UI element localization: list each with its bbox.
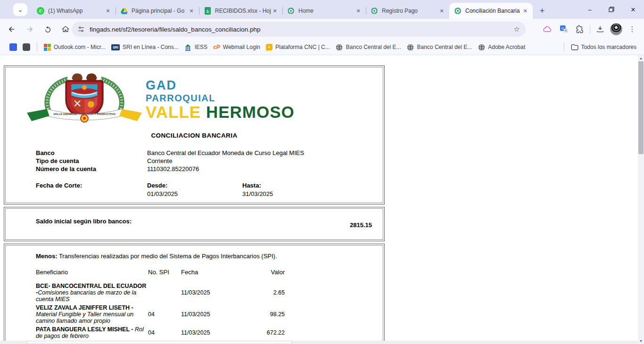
new-tab-button[interactable]: +	[536, 4, 549, 17]
tab-close-icon[interactable]: ✕	[104, 7, 112, 15]
bookmark-adobe-acrobat[interactable]: Adobe Acrobat	[475, 41, 528, 53]
bookmark-favicon-only-2[interactable]	[20, 41, 33, 53]
desde-label: Desde:	[147, 181, 242, 190]
bookmark-favicon-only-1[interactable]	[7, 41, 20, 53]
tab-strip: ⌄ ✆ (1) WhatsApp ✕ Página principal - Go…	[0, 0, 644, 19]
extensions-puzzle-icon[interactable]	[572, 21, 588, 37]
fecha-value: 11/03/2025	[181, 329, 233, 336]
bookmark-iess[interactable]: IESS	[182, 41, 210, 53]
chrome-menu-button[interactable]: ⋮	[624, 21, 640, 37]
microsoft-icon	[44, 44, 51, 51]
bookmark-banco-central-2[interactable]: Banco Central del E...	[404, 41, 475, 53]
page-content: VALLE HERMOSO TURÍSTICO Y PRODUCTIVO GAD…	[0, 55, 644, 344]
sheets-icon	[204, 7, 211, 15]
beneficiario-name: PATA BANGUERA LESLY MISHEL -	[36, 326, 135, 333]
tab-label: Conciliación Bancaria	[465, 8, 521, 14]
transferencias-box: Menos: Transferencias realizadas por med…	[4, 244, 385, 344]
bookmark-banco-central-1[interactable]: Banco Central del E...	[333, 41, 404, 53]
bookmark-label: Banco Central del E...	[417, 44, 472, 50]
tab-drive[interactable]: Página principal - Go ✕	[116, 3, 199, 19]
url-text[interactable]: fingads.net/sf2/tesoreria/files/saldo_ba…	[90, 26, 511, 33]
table-header-row: Beneficiario No. SPI Fecha Valor	[4, 269, 384, 276]
tab-close-icon[interactable]: ✕	[188, 7, 195, 15]
bookmark-sri[interactable]: SRI SRI en Línea - Cons...	[108, 42, 182, 52]
restore-icon	[609, 7, 614, 12]
back-button[interactable]	[4, 21, 20, 37]
horizontal-scrollbar-thumb[interactable]	[27, 341, 292, 344]
tab-label: Registro Pago	[382, 8, 438, 14]
downloads-button[interactable]	[592, 21, 608, 37]
scroll-up-arrow[interactable]: ▲	[638, 55, 644, 61]
site-settings-icon[interactable]	[77, 25, 85, 33]
tab-conciliacion-bancaria[interactable]: Conciliación Bancaria ✕	[449, 3, 533, 19]
globe-icon	[407, 43, 414, 51]
bookmark-label: Adobe Acrobat	[488, 44, 525, 50]
valor-value: 2.65	[233, 289, 285, 296]
tab-close-icon[interactable]: ✕	[438, 7, 446, 15]
bookmark-label: Banco Central del E...	[346, 44, 401, 50]
window-close-button[interactable]: ✕	[622, 0, 644, 19]
tab-whatsapp[interactable]: ✆ (1) WhatsApp ✕	[32, 3, 116, 19]
tab-sheets[interactable]: RECIBIDOS.xlsx - Hoja ✕	[199, 3, 282, 19]
avatar	[610, 23, 622, 35]
tab-close-icon[interactable]: ✕	[355, 7, 362, 15]
bookmarks-bar: Outlook.com - Micr... SRI SRI en Línea -…	[0, 40, 644, 55]
fecha-corte-label: Fecha de Corte:	[36, 181, 147, 198]
table-row: BCE- BANCOCENTRAL DEL ECUADOR -Comisione…	[4, 282, 384, 303]
fecha-value: 11/03/2025	[181, 311, 233, 318]
window-minimize-button[interactable]: –	[579, 0, 601, 19]
bookmark-plataforma-cnc[interactable]: ✦ Plataforma CNC | C...	[263, 42, 333, 52]
table-row: PATA BANGUERA LESLY MISHEL - Rol de pago…	[4, 325, 384, 340]
saldo-inicial-box: Saldo inicial según libro bancos: 2815.1…	[4, 207, 385, 241]
horizontal-scrollbar[interactable]	[0, 341, 638, 344]
bookmark-label: Webmail Login	[223, 44, 260, 50]
translate-icon[interactable]: GA	[556, 21, 572, 37]
forward-button[interactable]	[22, 21, 38, 37]
globe-icon	[478, 43, 485, 51]
desde-value: 01/03/2025	[147, 190, 242, 198]
all-bookmarks-label: Todos los marcadores	[581, 44, 636, 50]
all-bookmarks-button[interactable]: Todos los marcadores	[568, 41, 639, 53]
tab-label: (1) WhatsApp	[48, 8, 104, 14]
spi-value: 04	[148, 329, 181, 336]
browser-toolbar: fingads.net/sf2/tesoreria/files/saldo_ba…	[0, 19, 644, 40]
reload-icon	[44, 25, 52, 33]
tab-registro-pago[interactable]: Registro Pago ✕	[366, 3, 449, 19]
header-box: VALLE HERMOSO TURÍSTICO Y PRODUCTIVO GAD…	[4, 66, 385, 205]
home-button[interactable]	[58, 21, 74, 37]
tab-home[interactable]: Home ✕	[282, 3, 366, 19]
vertical-scrollbar-thumb[interactable]	[638, 61, 644, 154]
back-icon	[8, 25, 16, 33]
tab-close-icon[interactable]: ✕	[521, 7, 529, 15]
folder-icon	[571, 43, 578, 51]
bookmark-webmail[interactable]: cP Webmail Login	[210, 42, 263, 52]
blue-square-favicon	[9, 43, 17, 51]
bookmark-label: Outlook.com - Micr...	[54, 44, 106, 50]
spi-value: 04	[148, 311, 181, 318]
scroll-down-arrow[interactable]: ▼	[638, 338, 644, 344]
hasta-label: Hasta:	[242, 181, 338, 190]
toolbar-divider	[590, 25, 590, 33]
bookmark-star-icon[interactable]: ☆	[511, 23, 523, 35]
globe-icon	[336, 43, 343, 51]
reload-button[interactable]	[40, 21, 56, 37]
tab-label: Página principal - Go	[132, 8, 188, 14]
beneficiario-name: VELIZ ZAVALA JENIFFER LISETH -	[36, 304, 133, 311]
beneficiario-desc: Comisiones bancarias de marzo de la cuen…	[36, 289, 136, 303]
home-icon	[61, 25, 70, 33]
tab-search-button[interactable]: ⌄	[13, 3, 27, 16]
gad-favicon	[454, 7, 462, 15]
saldo-inicial-label: Saldo inicial según libro bancos:	[36, 217, 154, 225]
iess-icon	[184, 43, 192, 51]
vertical-scrollbar[interactable]: ▲ ▼	[638, 55, 644, 344]
saldo-inicial-value: 2815.15	[350, 221, 372, 229]
account-info: Banco Banco Central del Ecuador Moneda d…	[36, 149, 375, 173]
bookmark-outlook[interactable]: Outlook.com - Micr...	[41, 42, 108, 53]
profile-avatar[interactable]	[608, 21, 624, 37]
address-bar[interactable]: fingads.net/sf2/tesoreria/files/saldo_ba…	[72, 22, 526, 37]
valor-value: 98.25	[233, 311, 285, 318]
extension-cloud-icon[interactable]	[540, 21, 556, 37]
tab-close-icon[interactable]: ✕	[271, 7, 279, 15]
bookmark-label: SRI en Línea - Cons...	[123, 44, 179, 50]
window-restore-button[interactable]	[601, 0, 622, 19]
